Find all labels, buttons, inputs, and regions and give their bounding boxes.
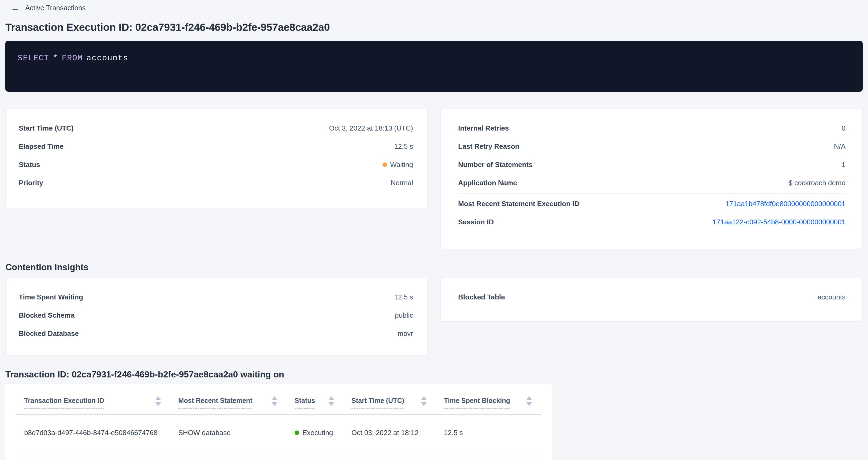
waiting-on-table: Transaction Execution ID Most Recent Sta…: [16, 384, 541, 455]
start-time-label: Start Time (UTC): [19, 124, 74, 132]
statement-execution-id-label: Most Recent Statement Execution ID: [458, 200, 579, 208]
table-row: b8d7d03a-d497-446b-8474-e50846674768 SHO…: [16, 415, 541, 455]
application-name-value: $ cockroach demo: [789, 179, 845, 187]
status-label: Status: [19, 160, 40, 169]
sql-statement: SELECT*FROMaccounts: [18, 54, 128, 63]
sort-icon[interactable]: [155, 396, 161, 406]
priority-label: Priority: [19, 179, 43, 187]
column-header-most-recent-statement[interactable]: Most Recent Statement: [170, 384, 286, 415]
cell-most-recent-statement: SHOW database: [170, 415, 286, 455]
column-header-start-time[interactable]: Start Time (UTC): [343, 384, 436, 415]
internal-retries-value: 0: [842, 124, 845, 132]
waiting-on-table-card: Transaction Execution ID Most Recent Sta…: [5, 384, 552, 460]
sql-keyword-from: FROM: [62, 54, 83, 63]
summary-cards-row: Start Time (UTC) Oct 3, 2022 at 18:13 (U…: [5, 109, 863, 249]
blocked-schema-row: Blocked Schema public: [19, 306, 413, 324]
internal-retries-label: Internal Retries: [458, 124, 509, 132]
transaction-summary-card: Start Time (UTC) Oct 3, 2022 at 18:13 (U…: [5, 109, 428, 209]
breadcrumb[interactable]: ← Active Transactions: [0, 0, 86, 12]
contention-cards-row: Time Spent Waiting 12.5 s Blocked Schema…: [5, 278, 863, 356]
blocked-table-value: accounts: [817, 293, 845, 301]
transaction-details-page: ← Active Transactions Transaction Execut…: [0, 0, 868, 460]
internal-retries-row: Internal Retries 0: [458, 119, 845, 137]
elapsed-time-label: Elapsed Time: [19, 142, 64, 151]
cell-status: Executing: [286, 415, 343, 455]
waiting-on-heading: Transaction ID: 02ca7931-f246-469b-b2fe-…: [5, 369, 863, 379]
blocked-table-label: Blocked Table: [458, 293, 505, 301]
column-header-transaction-execution-id[interactable]: Transaction Execution ID: [16, 384, 170, 415]
elapsed-time-row: Elapsed Time 12.5 s: [19, 137, 413, 155]
transaction-metadata-card: Internal Retries 0 Last Retry Reason N/A…: [440, 109, 863, 249]
blocked-database-label: Blocked Database: [19, 330, 79, 338]
status-badge: Waiting: [382, 160, 413, 169]
sort-icon[interactable]: [526, 396, 532, 406]
session-id-label: Session ID: [458, 218, 494, 226]
blocked-table-row: Blocked Table accounts: [458, 288, 845, 306]
contention-details-card: Time Spent Waiting 12.5 s Blocked Schema…: [5, 278, 428, 356]
arrow-left-icon[interactable]: ←: [11, 3, 20, 12]
statement-count-label: Number of Statements: [458, 160, 532, 169]
time-spent-waiting-value: 12.5 s: [394, 293, 413, 301]
statement-count-row: Number of Statements 1: [458, 155, 845, 174]
statement-execution-id-link[interactable]: 171aa1b478fdf0e80000000000000001: [725, 200, 845, 208]
time-spent-waiting-label: Time Spent Waiting: [19, 293, 83, 301]
sort-icon[interactable]: [329, 396, 334, 406]
statement-execution-id-row: Most Recent Statement Execution ID 171aa…: [458, 195, 845, 213]
priority-value: Normal: [391, 179, 413, 187]
application-name-row: Application Name $ cockroach demo: [458, 174, 845, 192]
application-name-label: Application Name: [458, 179, 517, 187]
last-retry-reason-label: Last Retry Reason: [458, 142, 519, 151]
page-title: Transaction Execution ID: 02ca7931-f246-…: [5, 22, 863, 33]
blocked-database-row: Blocked Database movr: [19, 324, 413, 343]
last-retry-reason-value: N/A: [834, 142, 845, 151]
sort-icon[interactable]: [272, 396, 277, 406]
blocked-schema-value: public: [395, 311, 413, 319]
column-header-time-spent-blocking[interactable]: Time Spent Blocking: [436, 384, 541, 415]
table-header-row: Transaction Execution ID Most Recent Sta…: [16, 384, 541, 415]
breadcrumb-label[interactable]: Active Transactions: [25, 4, 86, 12]
session-id-row: Session ID 171aa122-c092-54b8-0000-00000…: [458, 213, 845, 231]
status-waiting-dot-icon: [382, 162, 387, 167]
sql-keyword-select: SELECT: [18, 54, 49, 63]
status-row: Status Waiting: [19, 155, 413, 174]
cell-transaction-execution-id: b8d7d03a-d497-446b-8474-e50846674768: [16, 415, 170, 455]
card-divider: [458, 193, 845, 193]
cell-time-spent-blocking: 12.5 s: [436, 415, 541, 455]
start-time-value: Oct 3, 2022 at 18:13 (UTC): [329, 124, 413, 132]
sql-table-identifier: accounts: [87, 54, 128, 63]
blocked-table-card: Blocked Table accounts: [440, 278, 863, 322]
session-id-link[interactable]: 171aa122-c092-54b8-0000-000000000001: [713, 218, 845, 226]
status-badge: Executing: [294, 429, 334, 437]
time-spent-waiting-row: Time Spent Waiting 12.5 s: [19, 288, 413, 306]
start-time-row: Start Time (UTC) Oct 3, 2022 at 18:13 (U…: [19, 119, 413, 137]
last-retry-reason-row: Last Retry Reason N/A: [458, 137, 845, 155]
elapsed-time-value: 12.5 s: [394, 142, 413, 151]
blocked-database-value: movr: [398, 330, 413, 338]
status-value: Executing: [302, 429, 333, 437]
status-executing-dot-icon: [294, 431, 299, 435]
statement-count-value: 1: [842, 160, 845, 169]
blocked-schema-label: Blocked Schema: [19, 311, 74, 319]
sort-icon[interactable]: [421, 396, 427, 406]
status-value: Waiting: [390, 160, 413, 169]
contention-insights-heading: Contention Insights: [5, 262, 863, 272]
column-header-status[interactable]: Status: [286, 384, 343, 415]
priority-row: Priority Normal: [19, 174, 413, 192]
sql-statement-box: SELECT*FROMaccounts: [5, 41, 863, 92]
sql-star-operator: *: [53, 54, 58, 63]
cell-start-time: Oct 03, 2022 at 18:12: [343, 415, 436, 455]
